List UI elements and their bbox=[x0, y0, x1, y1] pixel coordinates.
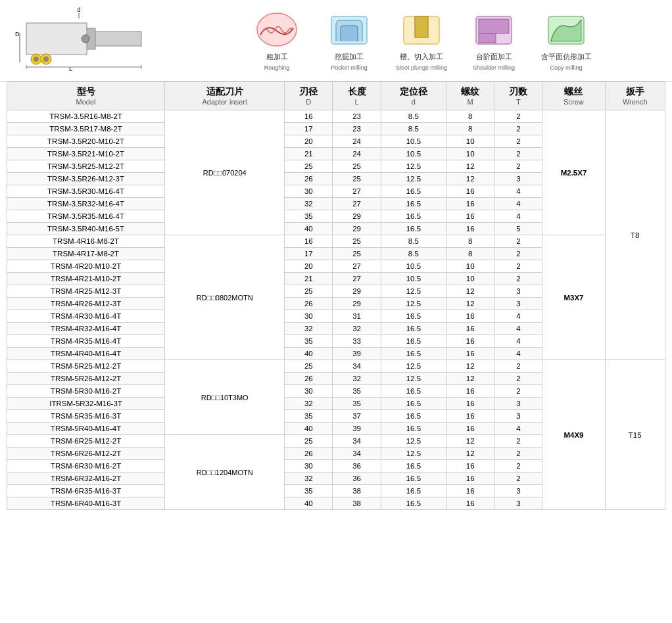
main-table: 型号 Model 适配刀片 Adapter insert 刃径 D 长度 L 定… bbox=[7, 81, 665, 510]
cell-l: 25 bbox=[333, 235, 381, 248]
cell-model: TRSM-6R30-M16-2T bbox=[7, 460, 165, 473]
cell-locating: 10.5 bbox=[381, 260, 446, 273]
col-header-model: 型号 Model bbox=[7, 82, 165, 110]
svg-rect-20 bbox=[415, 16, 428, 37]
cell-thread: 16 bbox=[446, 198, 494, 210]
pocket-label-cn: 挖掘加工 bbox=[335, 52, 364, 62]
cell-model: TRSM-3.5R32-M16-4T bbox=[7, 198, 165, 210]
slot-label-en: Sloot plunge milling bbox=[396, 64, 447, 71]
cell-d: 30 bbox=[285, 185, 333, 198]
svg-point-11 bbox=[34, 57, 39, 62]
table-row: TRSM-3.5R16-M8-2TRD□□07020416238.582M2.5… bbox=[7, 110, 665, 123]
cell-model: TRSM-3.5R17-M8-2T bbox=[7, 123, 165, 135]
cell-teeth: 4 bbox=[494, 310, 542, 323]
cell-l: 36 bbox=[333, 460, 381, 473]
cell-thread: 12 bbox=[446, 173, 494, 185]
cell-wrench: T15 bbox=[605, 360, 665, 510]
top-section: d D M L bbox=[0, 0, 672, 81]
cell-teeth: 4 bbox=[494, 335, 542, 348]
cell-thread: 12 bbox=[446, 373, 494, 385]
cell-model: TRSM-3.5R40-M16-5T bbox=[7, 223, 165, 235]
cell-teeth: 2 bbox=[494, 110, 542, 123]
svg-rect-23 bbox=[479, 19, 509, 34]
col-header-locating: 定位径 d bbox=[381, 82, 446, 110]
cell-thread: 16 bbox=[446, 223, 494, 235]
cell-d: 25 bbox=[285, 435, 333, 448]
cell-d: 35 bbox=[285, 485, 333, 497]
cell-thread: 16 bbox=[446, 385, 494, 398]
cell-teeth: 2 bbox=[494, 135, 542, 148]
cell-locating: 12.5 bbox=[381, 448, 446, 460]
cell-d: 26 bbox=[285, 448, 333, 460]
cell-d: 30 bbox=[285, 310, 333, 323]
cell-model: TRSM-4R17-M8-2T bbox=[7, 248, 165, 260]
cell-locating: 12.5 bbox=[381, 160, 446, 173]
col-header-teeth: 刃数 T bbox=[494, 82, 542, 110]
cell-teeth: 4 bbox=[494, 348, 542, 360]
cell-l: 33 bbox=[333, 335, 381, 348]
cell-d: 32 bbox=[285, 398, 333, 410]
cell-model: TRSM-5R25-M12-2T bbox=[7, 360, 165, 373]
cell-screw: M2.5X7 bbox=[542, 110, 605, 235]
cell-l: 38 bbox=[333, 497, 381, 510]
cell-locating: 8.5 bbox=[381, 248, 446, 260]
cell-teeth: 3 bbox=[494, 298, 542, 310]
cell-teeth: 2 bbox=[494, 360, 542, 373]
cell-d: 20 bbox=[285, 260, 333, 273]
cell-model: TRSM-3.5R20-M10-2T bbox=[7, 135, 165, 148]
cell-model: TRSM-3.5R25-M12-2T bbox=[7, 160, 165, 173]
cell-d: 40 bbox=[285, 223, 333, 235]
cell-l: 36 bbox=[333, 473, 381, 485]
cell-l: 35 bbox=[333, 398, 381, 410]
cell-l: 35 bbox=[333, 385, 381, 398]
cell-d: 32 bbox=[285, 473, 333, 485]
cell-teeth: 3 bbox=[494, 497, 542, 510]
col-header-length: 长度 L bbox=[333, 82, 381, 110]
cell-l: 34 bbox=[333, 360, 381, 373]
cell-thread: 12 bbox=[446, 285, 494, 298]
cell-locating: 16.5 bbox=[381, 323, 446, 335]
cell-locating: 8.5 bbox=[381, 110, 446, 123]
svg-rect-8 bbox=[26, 23, 87, 55]
svg-point-17 bbox=[257, 13, 297, 46]
cell-teeth: 2 bbox=[494, 148, 542, 160]
cell-l: 34 bbox=[333, 448, 381, 460]
cell-thread: 16 bbox=[446, 210, 494, 223]
cell-l: 29 bbox=[333, 223, 381, 235]
cell-l: 29 bbox=[333, 298, 381, 310]
roughing-label-en: Roughing bbox=[264, 64, 290, 71]
cell-d: 25 bbox=[285, 285, 333, 298]
cell-thread: 12 bbox=[446, 298, 494, 310]
cell-model: TRSM-3.5R16-M8-2T bbox=[7, 110, 165, 123]
cell-teeth: 2 bbox=[494, 248, 542, 260]
cell-thread: 16 bbox=[446, 323, 494, 335]
cell-wrench: T8 bbox=[605, 110, 665, 360]
cell-model: TRSM-3.5R35-M16-4T bbox=[7, 210, 165, 223]
col-header-screw: 螺丝 Screw bbox=[542, 82, 605, 110]
cell-model: TRSM-4R35-M16-4T bbox=[7, 335, 165, 348]
cell-d: 40 bbox=[285, 497, 333, 510]
cell-d: 35 bbox=[285, 410, 333, 423]
cell-locating: 16.5 bbox=[381, 348, 446, 360]
cell-l: 31 bbox=[333, 310, 381, 323]
cell-thread: 16 bbox=[446, 423, 494, 435]
cell-locating: 12.5 bbox=[381, 173, 446, 185]
roughing-label-cn: 粗加工 bbox=[266, 52, 288, 62]
cell-l: 29 bbox=[333, 285, 381, 298]
cell-thread: 16 bbox=[446, 473, 494, 485]
cell-thread: 8 bbox=[446, 248, 494, 260]
cell-locating: 10.5 bbox=[381, 273, 446, 285]
col-header-wrench: 扳手 Wrench bbox=[605, 82, 665, 110]
cell-locating: 10.5 bbox=[381, 148, 446, 160]
cell-model: TRSM-5R40-M16-4T bbox=[7, 423, 165, 435]
svg-rect-6 bbox=[92, 32, 141, 46]
cell-locating: 12.5 bbox=[381, 373, 446, 385]
cell-locating: 12.5 bbox=[381, 298, 446, 310]
cell-d: 30 bbox=[285, 460, 333, 473]
cell-model: TRSM-4R20-M10-2T bbox=[7, 260, 165, 273]
cell-l: 24 bbox=[333, 148, 381, 160]
cell-teeth: 2 bbox=[494, 448, 542, 460]
cell-model: TRSM-6R32-M16-2T bbox=[7, 473, 165, 485]
col-header-thread: 螺纹 M bbox=[446, 82, 494, 110]
cell-locating: 12.5 bbox=[381, 435, 446, 448]
